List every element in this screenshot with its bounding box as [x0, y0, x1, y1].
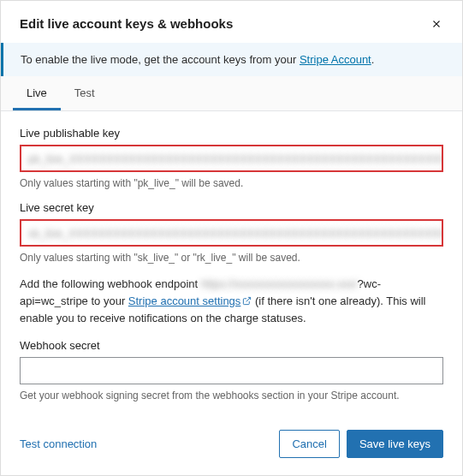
- save-button[interactable]: Save live keys: [347, 430, 443, 458]
- notice-text-suffix: .: [371, 53, 375, 66]
- secret-key-input[interactable]: sk_live_XXXXXXXXXXXXXXXXXXXXXXXXXXXXXXXX…: [20, 219, 443, 247]
- publishable-key-help: Only values starting with "pk_live_" wil…: [20, 177, 443, 189]
- info-notice: To enable the live mode, get the account…: [1, 43, 462, 76]
- external-link-icon: [242, 294, 252, 311]
- svg-line-0: [246, 297, 251, 301]
- tab-live[interactable]: Live: [13, 76, 61, 110]
- footer-actions: Cancel Save live keys: [279, 430, 443, 458]
- stripe-settings-link[interactable]: Stripe account settings: [128, 295, 252, 307]
- field-webhook-secret: Webhook secret Get your webhook signing …: [20, 339, 443, 402]
- publishable-key-input[interactable]: pk_live_XXXXXXXXXXXXXXXXXXXXXXXXXXXXXXXX…: [20, 145, 443, 172]
- webhook-url-redacted: https://xxxxxxxxxxxxxxxxxx.xxx/: [201, 277, 358, 290]
- cancel-button[interactable]: Cancel: [279, 430, 339, 458]
- modal-footer: Test connection Cancel Save live keys: [1, 416, 462, 475]
- modal-title: Edit live account keys & webhooks: [20, 16, 233, 31]
- field-secret-key: Live secret key sk_live_XXXXXXXXXXXXXXXX…: [20, 201, 443, 264]
- webhook-secret-input[interactable]: [20, 357, 443, 384]
- secret-key-help: Only values starting with "sk_live_" or …: [20, 252, 443, 264]
- test-connection-button[interactable]: Test connection: [20, 437, 97, 450]
- webhook-secret-help: Get your webhook signing secret from the…: [20, 390, 443, 402]
- webhook-text-prefix: Add the following webhook endpoint: [20, 277, 201, 290]
- publishable-key-label: Live publishable key: [20, 127, 443, 140]
- webhook-instruction: Add the following webhook endpoint https…: [20, 276, 443, 327]
- modal-body: Live publishable key pk_live_XXXXXXXXXXX…: [1, 111, 462, 416]
- tab-test[interactable]: Test: [61, 76, 109, 110]
- stripe-account-link[interactable]: Stripe Account: [300, 53, 371, 66]
- notice-text-prefix: To enable the live mode, get the account…: [21, 53, 300, 66]
- field-publishable-key: Live publishable key pk_live_XXXXXXXXXXX…: [20, 127, 443, 189]
- stripe-settings-link-text: Stripe account settings: [128, 295, 241, 307]
- webhook-text-mid: to your: [88, 295, 128, 307]
- close-icon[interactable]: [430, 17, 443, 31]
- webhook-secret-label: Webhook secret: [20, 339, 443, 352]
- modal-header: Edit live account keys & webhooks: [1, 1, 462, 43]
- secret-key-label: Live secret key: [20, 201, 443, 214]
- tabs-container: Live Test: [1, 76, 462, 111]
